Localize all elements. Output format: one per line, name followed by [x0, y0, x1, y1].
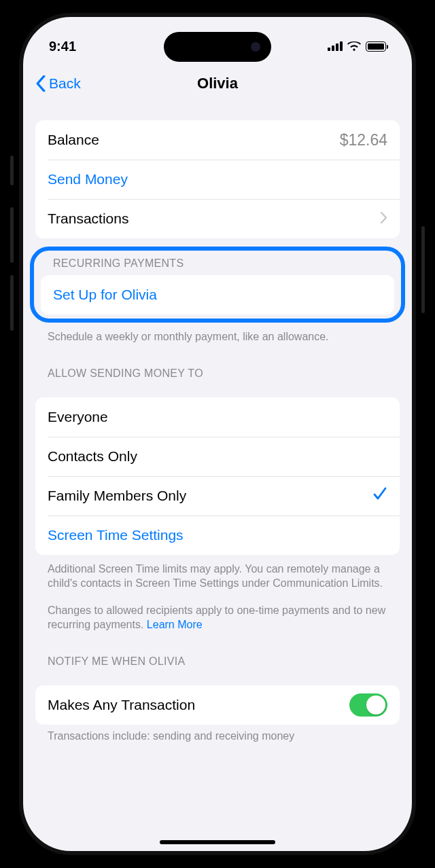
back-button[interactable]: Back	[35, 75, 81, 92]
notify-any-toggle[interactable]	[349, 693, 387, 717]
page-title: Olivia	[23, 75, 412, 92]
content: Balance $12.64 Send Money Transactions R…	[23, 103, 412, 851]
send-money-label: Send Money	[48, 171, 387, 187]
allow-option-family[interactable]: Family Members Only	[35, 476, 400, 516]
transactions-label: Transactions	[48, 211, 381, 227]
screen-time-label: Screen Time Settings	[48, 527, 387, 543]
notify-header: NOTIFY ME WHEN OLIVIA	[48, 655, 387, 668]
balance-label: Balance	[48, 132, 340, 148]
cellular-icon	[328, 41, 343, 51]
setup-recurring-button[interactable]: Set Up for Olivia	[41, 275, 394, 314]
recurring-group: Set Up for Olivia	[41, 275, 394, 314]
balance-value: $12.64	[340, 131, 387, 149]
notify-group: Makes Any Transaction	[35, 685, 400, 725]
allow-option-label: Everyone	[48, 409, 387, 425]
nav-bar: Back Olivia	[23, 65, 412, 103]
chevron-left-icon	[35, 75, 46, 92]
screen-time-button[interactable]: Screen Time Settings	[35, 516, 400, 555]
allow-footer-2: Changes to allowed recipients apply to o…	[48, 603, 387, 632]
allow-header: ALLOW SENDING MONEY TO	[48, 367, 387, 380]
recurring-footer: Schedule a weekly or monthly payment, li…	[48, 329, 387, 344]
home-indicator[interactable]	[160, 840, 275, 844]
learn-more-link[interactable]: Learn More	[147, 619, 203, 630]
allow-footer-1: Additional Screen Time limits may apply.…	[48, 562, 387, 591]
allow-footer-2-text: Changes to allowed recipients apply to o…	[48, 604, 385, 631]
recurring-highlight: RECURRING PAYMENTS Set Up for Olivia	[30, 247, 405, 323]
allow-option-everyone[interactable]: Everyone	[35, 397, 400, 437]
setup-recurring-label: Set Up for Olivia	[53, 287, 382, 303]
battery-icon	[366, 41, 386, 52]
allow-option-label: Contacts Only	[48, 448, 387, 465]
allow-option-contacts[interactable]: Contacts Only	[35, 437, 400, 476]
recurring-header: RECURRING PAYMENTS	[53, 257, 382, 270]
wifi-icon	[347, 41, 361, 52]
balance-group: Balance $12.64 Send Money Transactions	[35, 120, 400, 238]
notify-any-label: Makes Any Transaction	[48, 697, 349, 713]
send-money-button[interactable]: Send Money	[35, 160, 400, 199]
notify-any-row[interactable]: Makes Any Transaction	[35, 685, 400, 725]
dynamic-island	[164, 32, 271, 62]
status-icons	[328, 41, 386, 52]
back-label: Back	[49, 75, 81, 92]
allow-option-label: Family Members Only	[48, 488, 372, 504]
transactions-row[interactable]: Transactions	[35, 199, 400, 238]
balance-row[interactable]: Balance $12.64	[35, 120, 400, 160]
notify-footer: Transactions include: sending and receiv…	[48, 730, 387, 742]
allow-group: Everyone Contacts Only Family Members On…	[35, 397, 400, 555]
chevron-right-icon	[381, 211, 387, 227]
status-time: 9:41	[49, 39, 76, 54]
checkmark-icon	[372, 486, 387, 505]
